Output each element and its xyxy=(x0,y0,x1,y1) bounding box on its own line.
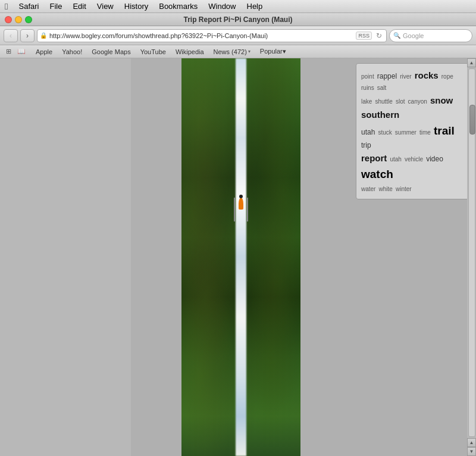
menu-edit[interactable]: Edit xyxy=(68,1,90,11)
apple-menu[interactable]:  xyxy=(5,1,8,11)
refresh-icon[interactable]: ↻ xyxy=(374,32,384,40)
scrollbar-right: ▲ ▲ ▼ xyxy=(467,58,476,456)
bookmark-yahoo[interactable]: Yahoo! xyxy=(57,48,87,56)
tag-salt[interactable]: salt xyxy=(377,85,387,91)
menu-view[interactable]: View xyxy=(92,1,118,11)
scroll-bottom-controls: ▲ ▼ xyxy=(467,438,476,456)
tag-video[interactable]: video xyxy=(426,155,443,163)
bookmark-popular[interactable]: Popular▾ xyxy=(255,47,291,56)
window-title: Trip Report Pi~Pi Canyon (Maui) xyxy=(183,15,292,24)
tag-slot[interactable]: slot xyxy=(396,98,405,105)
tag-utah2[interactable]: utah xyxy=(390,156,401,163)
tag-rocks[interactable]: rocks xyxy=(415,70,439,80)
waterfall-stream xyxy=(236,58,246,456)
bookmark-google-maps[interactable]: Google Maps xyxy=(87,48,135,56)
show-all-tabs-icon[interactable]: ⊞ xyxy=(2,46,14,57)
tag-point[interactable]: point xyxy=(361,73,374,80)
scroll-track[interactable] xyxy=(468,68,475,437)
back-icon: ‹ xyxy=(10,32,12,40)
tag-watch[interactable]: watch xyxy=(361,168,393,180)
address-bar[interactable]: 🔒 http://www.bogley.com/forum/showthread… xyxy=(37,29,387,42)
tag-rappel[interactable]: rappel xyxy=(377,72,397,80)
search-icon: 🔍 xyxy=(393,32,400,39)
tag-lake[interactable]: lake xyxy=(361,98,372,105)
browser-toolbar: ‹ › 🔒 http://www.bogley.com/forum/showth… xyxy=(0,26,476,45)
tag-winter[interactable]: winter xyxy=(396,186,412,192)
maximize-button[interactable] xyxy=(25,16,32,23)
rappel-figure xyxy=(234,198,248,221)
content-area: point rappel river rocks rope ruins salt… xyxy=(0,58,476,456)
menu-file[interactable]: File xyxy=(45,1,67,11)
sidebar-left xyxy=(0,58,131,456)
popular-label: Popular▾ xyxy=(260,48,286,55)
close-button[interactable] xyxy=(5,16,12,23)
news-label: News (472) xyxy=(214,48,247,55)
rope-right xyxy=(247,198,248,221)
menu-help[interactable]: Help xyxy=(242,1,268,11)
tag-canyon[interactable]: canyon xyxy=(408,98,427,105)
bookmark-news[interactable]: News (472) ▾ xyxy=(209,48,255,56)
rappel-person xyxy=(239,198,243,210)
tag-trip[interactable]: trip xyxy=(361,141,371,149)
tag-rope[interactable]: rope xyxy=(441,73,453,80)
bookmark-youtube[interactable]: YouTube xyxy=(136,48,171,56)
tag-report[interactable]: report xyxy=(361,153,387,163)
tag-summer[interactable]: summer xyxy=(395,129,416,136)
title-bar: Trip Report Pi~Pi Canyon (Maui) xyxy=(0,13,476,26)
menu-bar:  Safari File Edit View History Bookmark… xyxy=(0,0,476,13)
tag-shuttle[interactable]: shuttle xyxy=(375,98,392,105)
scroll-down-arrow-2[interactable]: ▼ xyxy=(467,447,476,456)
forward-button[interactable]: › xyxy=(20,29,35,42)
tag-time[interactable]: time xyxy=(419,129,431,136)
minimize-button[interactable] xyxy=(15,16,22,23)
tag-stuck[interactable]: stuck xyxy=(378,129,392,136)
waterfall-image xyxy=(181,58,300,456)
tag-snow[interactable]: snow xyxy=(430,95,453,105)
search-bar[interactable]: 🔍 Google xyxy=(389,29,472,42)
bookmark-wikipedia[interactable]: Wikipedia xyxy=(171,48,209,56)
tag-trail[interactable]: trail xyxy=(434,124,455,137)
window-controls xyxy=(5,16,32,23)
scroll-up-arrow[interactable]: ▲ xyxy=(467,58,476,67)
lock-icon: 🔒 xyxy=(40,32,47,39)
tag-vehicle[interactable]: vehicle xyxy=(405,156,423,163)
tag-river[interactable]: river xyxy=(400,73,411,80)
tag-ruins[interactable]: ruins xyxy=(361,85,374,91)
menu-history[interactable]: History xyxy=(120,1,153,11)
tag-cloud: point rappel river rocks rope ruins salt… xyxy=(356,63,472,199)
tag-southern[interactable]: southern xyxy=(361,110,399,120)
rss-button[interactable]: RSS xyxy=(356,32,372,40)
reading-list-icon[interactable]: 📖 xyxy=(15,46,27,57)
bookmark-apple[interactable]: Apple xyxy=(31,48,57,56)
menu-safari[interactable]: Safari xyxy=(14,1,43,11)
back-button[interactable]: ‹ xyxy=(4,29,18,42)
bookmarks-bar: ⊞ 📖 Apple Yahoo! Google Maps YouTube Wik… xyxy=(0,45,476,58)
news-arrow-icon: ▾ xyxy=(248,49,250,54)
rope-left xyxy=(234,198,235,221)
right-panel: point rappel river rocks rope ruins salt… xyxy=(351,58,476,456)
menu-window[interactable]: Window xyxy=(203,1,240,11)
tag-water[interactable]: water xyxy=(361,186,375,192)
search-placeholder: Google xyxy=(403,32,424,39)
forward-icon: › xyxy=(26,32,29,40)
waterfall-background xyxy=(181,58,300,456)
tag-utah[interactable]: utah xyxy=(361,128,375,136)
scroll-down-arrow-1[interactable]: ▲ xyxy=(467,438,476,447)
scroll-thumb[interactable] xyxy=(469,105,475,135)
url-text: http://www.bogley.com/forum/showthread.p… xyxy=(49,32,353,39)
bookmark-icons: ⊞ 📖 xyxy=(2,46,27,57)
main-content xyxy=(131,58,351,456)
menu-bookmarks[interactable]: Bookmarks xyxy=(154,1,202,11)
tag-white[interactable]: white xyxy=(379,186,393,192)
